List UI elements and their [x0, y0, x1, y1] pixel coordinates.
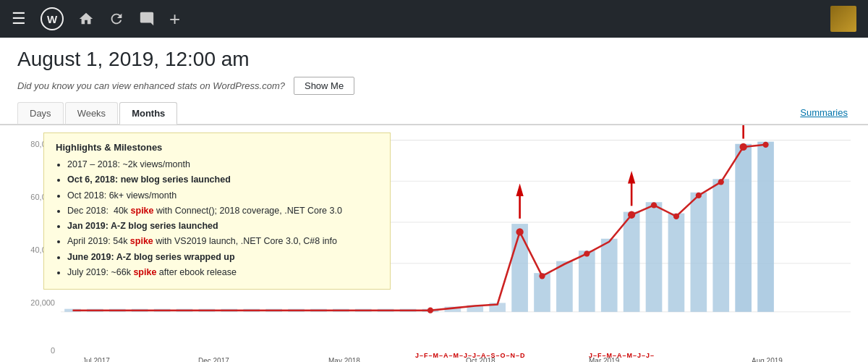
- annotation-title: Highlights & Milestones: [56, 142, 378, 153]
- x-year-label: May 2018: [328, 357, 360, 362]
- summaries-link[interactable]: Summaries: [800, 107, 851, 124]
- tabs-bar: Days Weeks Months Summaries: [17, 102, 851, 124]
- x-label-jul2017: Jul 2017: [82, 357, 110, 362]
- x-label-dec2017: Dec 2017: [198, 357, 229, 362]
- svg-point-46: [584, 251, 590, 256]
- svg-point-52: [740, 143, 747, 151]
- svg-rect-32: [668, 214, 685, 312]
- x-label-aug2019: Aug 2019: [752, 357, 783, 362]
- svg-point-43: [427, 308, 433, 313]
- annotation-item-1: 2017 – 2018: ~2k views/month: [67, 157, 378, 172]
- x-year-label: Dec 2017: [198, 357, 229, 362]
- tab-weeks[interactable]: Weeks: [65, 102, 119, 124]
- x-months-2018: J–F–M–A–M–J–J–A–S–O–N–D: [415, 352, 526, 359]
- annotation-item-5: Jan 2019: A-Z blog series launched: [67, 219, 378, 234]
- page-title: August 1, 2019, 12:00 am: [17, 48, 851, 71]
- svg-point-53: [762, 142, 768, 148]
- svg-rect-28: [579, 251, 595, 312]
- annotation-list: 2017 – 2018: ~2k views/month Oct 6, 2018…: [56, 157, 378, 280]
- home-icon[interactable]: [78, 11, 94, 27]
- svg-point-51: [718, 179, 724, 185]
- page-header: August 1, 2019, 12:00 am Did you know yo…: [0, 38, 868, 125]
- annotation-item-6: April 2019: 54k spike with VS2019 launch…: [67, 234, 378, 249]
- tab-months[interactable]: Months: [119, 102, 177, 125]
- x-year-label: Jul 2017: [82, 357, 110, 362]
- svg-point-50: [696, 193, 702, 198]
- main-content: 80,000 60,000 40,000 20,000 0: [0, 125, 868, 362]
- y-label-0: 0: [51, 346, 55, 355]
- annotation-box: Highlights & Milestones 2017 – 2018: ~2k…: [43, 132, 391, 290]
- svg-rect-29: [601, 239, 618, 312]
- wordpress-icon[interactable]: W: [41, 7, 64, 30]
- svg-point-49: [673, 214, 679, 219]
- navbar: ☰ W +: [0, 0, 868, 38]
- svg-marker-38: [516, 183, 523, 196]
- annotation-item-7: June 2019: A-Z blog series wrapped up: [67, 250, 378, 265]
- x-months-2019: J–F–M–A–M–J–J–: [589, 352, 655, 359]
- svg-rect-30: [624, 212, 640, 312]
- svg-marker-40: [628, 171, 635, 184]
- annotation-item-8: July 2019: ~66k spike after ebook releas…: [67, 265, 378, 280]
- refresh-icon[interactable]: [109, 11, 124, 27]
- svg-rect-31: [646, 202, 663, 312]
- show-me-button[interactable]: Show Me: [294, 77, 354, 95]
- svg-rect-33: [691, 193, 707, 312]
- x-axis: Jul 2017 Dec 2017 May 2018 Oct 2018 Mar …: [61, 345, 851, 362]
- svg-rect-34: [712, 179, 729, 312]
- x-year-label: Aug 2019: [752, 357, 783, 362]
- menu-icon[interactable]: ☰: [12, 9, 26, 28]
- comment-icon[interactable]: [139, 11, 155, 27]
- user-avatar[interactable]: [830, 6, 856, 32]
- annotation-item-4: Dec 2018: 40k spike with Connect(); 2018…: [67, 203, 378, 219]
- annotation-item-3: Oct 2018: 6k+ views/month: [67, 188, 378, 203]
- svg-rect-35: [735, 144, 752, 312]
- svg-point-45: [539, 273, 545, 279]
- svg-rect-36: [757, 142, 774, 312]
- svg-rect-25: [511, 224, 528, 312]
- svg-point-48: [651, 202, 657, 208]
- tab-days[interactable]: Days: [17, 102, 64, 124]
- add-icon[interactable]: +: [169, 8, 180, 30]
- annotation-item-2: Oct 6, 2018: new blog series launched: [67, 172, 378, 188]
- promo-bar: Did you know you can view enhanced stats…: [17, 77, 851, 95]
- svg-rect-27: [556, 261, 573, 312]
- svg-point-44: [516, 228, 523, 235]
- promo-text: Did you know you can view enhanced stats…: [17, 80, 285, 91]
- x-label-may2018: May 2018: [328, 357, 360, 362]
- svg-point-47: [628, 211, 635, 219]
- y-label-20k: 20,000: [30, 298, 55, 307]
